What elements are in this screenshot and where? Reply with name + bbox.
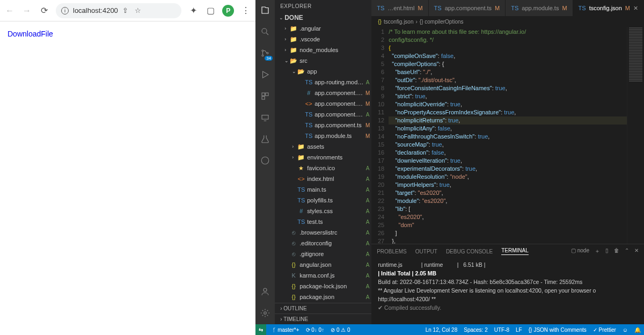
extensions-icon[interactable] xyxy=(259,90,271,102)
cursor-position[interactable]: Ln 12, Col 28 xyxy=(426,327,458,333)
file-package-lock.json[interactable]: {}package-lock.jsonA xyxy=(275,281,371,292)
file-polyfills.ts[interactable]: TSpolyfills.tsA xyxy=(275,195,371,206)
git-sync[interactable]: ⟳ 0↓ 0↑ xyxy=(306,327,325,333)
svg-point-10 xyxy=(264,312,267,315)
panel-tab-problems[interactable]: PROBLEMS xyxy=(377,249,407,254)
file-.gitignore[interactable]: ⎋.gitignoreA xyxy=(275,249,371,259)
encoding-status[interactable]: UTF-8 xyxy=(494,327,509,333)
search-icon[interactable] xyxy=(259,26,271,38)
file-.editorconfig[interactable]: ⎋.editorconfigA xyxy=(275,238,371,249)
eol-status[interactable]: LF xyxy=(516,327,522,333)
browser-menu-icon[interactable]: ⋮ xyxy=(240,5,251,16)
notifications-icon[interactable]: 🔔 xyxy=(634,327,641,333)
svg-rect-6 xyxy=(262,97,265,99)
debug-icon[interactable] xyxy=(259,69,271,81)
explorer-title: EXPLORER xyxy=(275,0,371,12)
feedback-icon[interactable]: ☺ xyxy=(623,327,628,333)
extensions-icon[interactable]: ✦ xyxy=(188,5,199,16)
forward-button[interactable]: → xyxy=(21,5,32,16)
breadcrumb[interactable]: {} tsconfig.json › {} compilerOptions xyxy=(371,16,644,27)
tab-tsconfig.json[interactable]: TStsconfig.jsonM✕ xyxy=(573,0,644,16)
download-file-link[interactable]: DownloadFile xyxy=(8,30,53,38)
file-app.component.ts[interactable]: TSapp.component.tsM xyxy=(275,120,371,130)
file-src[interactable]: ⌄📂src xyxy=(275,55,371,66)
file-package.json[interactable]: {}package.jsonA xyxy=(275,292,371,302)
terminal-output[interactable]: runtime.js | runtime | 6.51 kB | | Initi… xyxy=(371,258,644,324)
svg-rect-4 xyxy=(262,93,265,96)
file-app-routing.module.ts[interactable]: TSapp-routing.module.tsA xyxy=(275,77,371,88)
tabs-icon[interactable]: ▢ xyxy=(205,5,216,16)
minimap[interactable] xyxy=(627,27,644,244)
file-styles.css[interactable]: #styles.cssA xyxy=(275,206,371,216)
remote-indicator[interactable]: ⇆ xyxy=(255,324,266,335)
file-assets[interactable]: ›📁assets xyxy=(275,141,371,152)
back-button[interactable]: ← xyxy=(4,5,15,16)
project-root[interactable]: ⌄DONE xyxy=(275,12,371,23)
svg-point-1 xyxy=(262,50,264,52)
svg-point-2 xyxy=(262,55,264,56)
svg-point-9 xyxy=(264,288,267,292)
tab-app.component.ts[interactable]: TSapp.component.tsM xyxy=(429,0,506,16)
file-tree: ›📁.angular›📁.vscode›📁node_modules⌄📂src⌄📂… xyxy=(275,23,371,303)
kill-terminal-icon[interactable]: 🗑 xyxy=(614,247,619,255)
maximize-panel-icon[interactable]: ⌃ xyxy=(625,247,629,255)
profile-avatar[interactable]: P xyxy=(222,5,234,17)
scm-icon[interactable]: 34 xyxy=(259,47,271,59)
bookmark-icon[interactable]: ☆ xyxy=(135,6,141,14)
settings-icon[interactable] xyxy=(259,307,271,319)
file-favicon.ico[interactable]: ★favicon.icoA xyxy=(275,163,371,173)
problems-status[interactable]: ⊘ 0 ⚠ 0 xyxy=(331,327,350,333)
reload-button[interactable]: ⟳ xyxy=(39,5,49,16)
file-index.html[interactable]: <>index.htmlA xyxy=(275,173,371,184)
file-app[interactable]: ⌄📂app xyxy=(275,66,371,77)
close-panel-icon[interactable]: ✕ xyxy=(634,247,639,255)
terminal-panel: PROBLEMSOUTPUTDEBUG CONSOLETERMINAL ▢ no… xyxy=(371,244,644,324)
file-environments[interactable]: ›📁environments xyxy=(275,152,371,163)
file-.browserslistrc[interactable]: ⎋.browserslistrcA xyxy=(275,227,371,238)
code-content[interactable]: /* To learn more about this file see: ht… xyxy=(389,27,627,244)
github-icon[interactable] xyxy=(259,155,271,166)
timeline-section[interactable]: › TIMELINE xyxy=(275,314,371,324)
indent-status[interactable]: Spaces: 2 xyxy=(464,327,487,333)
browser-toolbar: ← → ⟳ i localhost:4200 ⇧ ☆ ✦ ▢ P ⋮ xyxy=(0,0,255,21)
panel-tab-output[interactable]: OUTPUT xyxy=(415,249,437,254)
remote-icon[interactable] xyxy=(259,112,271,123)
line-gutter: 1234567891011121314151617181920212223242… xyxy=(371,27,389,244)
file-app.component.html[interactable]: <>app.component.htmlM xyxy=(275,98,371,109)
test-icon[interactable] xyxy=(259,133,271,145)
file-karma.conf.js[interactable]: Kkarma.conf.jsA xyxy=(275,270,371,281)
close-tab-icon[interactable]: ✕ xyxy=(633,5,638,12)
share-icon[interactable]: ⇧ xyxy=(122,6,128,14)
file-node_modules[interactable]: ›📁node_modules xyxy=(275,45,371,55)
file-app.component.spec.ts[interactable]: TSapp.component.spec.tsA xyxy=(275,109,371,120)
panel-actions: ▢ node ＋ ▯ 🗑 ⌃ ✕ xyxy=(571,247,639,255)
editor[interactable]: 1234567891011121314151617181920212223242… xyxy=(371,27,644,244)
language-mode[interactable]: {} JSON with Comments xyxy=(529,327,587,333)
tab-…ent.html[interactable]: TS…ent.htmlM xyxy=(371,0,428,16)
panel-tab-terminal[interactable]: TERMINAL xyxy=(501,247,529,255)
explorer-icon[interactable] xyxy=(259,4,271,16)
svg-rect-7 xyxy=(262,115,268,120)
url-text: localhost:4200 xyxy=(73,6,118,14)
split-terminal-icon[interactable]: ▯ xyxy=(605,247,609,255)
browser-window: ← → ⟳ i localhost:4200 ⇧ ☆ ✦ ▢ P ⋮ Downl… xyxy=(0,0,255,335)
new-terminal-icon[interactable]: ＋ xyxy=(595,247,600,255)
file-test.ts[interactable]: TStest.tsA xyxy=(275,216,371,227)
omnibox[interactable]: i localhost:4200 ⇧ ☆ xyxy=(56,3,181,18)
prettier-status[interactable]: ✓ Prettier xyxy=(593,327,616,333)
file-app.component.css[interactable]: #app.component.cssM xyxy=(275,88,371,98)
file-angular.json[interactable]: {}angular.jsonA xyxy=(275,259,371,270)
account-icon[interactable] xyxy=(259,286,271,297)
site-info-icon[interactable]: i xyxy=(61,7,69,14)
panel-tab-debug console[interactable]: DEBUG CONSOLE xyxy=(446,249,493,254)
vscode-window: 34 EXPLORER ⌄DONE ›📁.angular›📁.vscode›📁n… xyxy=(255,0,644,335)
git-branch[interactable]: ᚶ master*+ xyxy=(273,327,299,333)
file-.vscode[interactable]: ›📁.vscode xyxy=(275,34,371,45)
tab-app.module.ts[interactable]: TSapp.module.tsM xyxy=(506,0,573,16)
terminal-dropdown[interactable]: ▢ node xyxy=(571,247,589,255)
file-.angular[interactable]: ›📁.angular xyxy=(275,23,371,34)
outline-section[interactable]: › OUTLINE xyxy=(275,303,371,314)
file-app.module.ts[interactable]: TSapp.module.tsM xyxy=(275,130,371,141)
file-main.ts[interactable]: TSmain.tsA xyxy=(275,184,371,195)
panel-tabs: PROBLEMSOUTPUTDEBUG CONSOLETERMINAL ▢ no… xyxy=(371,244,644,258)
